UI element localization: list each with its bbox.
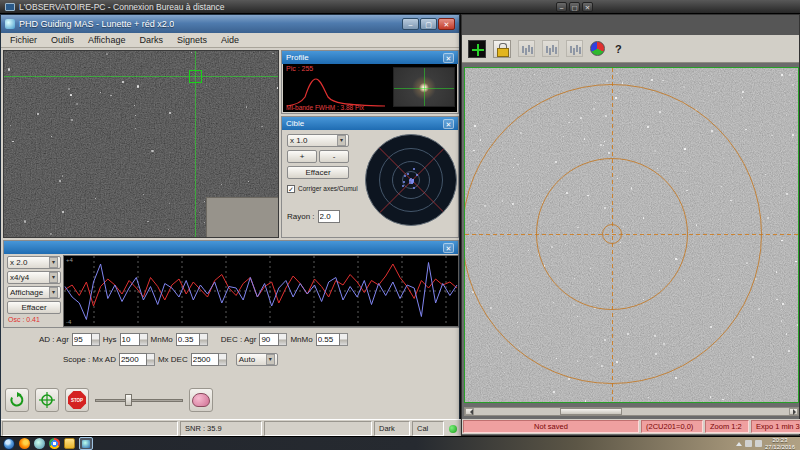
explorer-folder-icon[interactable] — [64, 438, 75, 449]
clock[interactable]: 20:23 27/12/2016 — [765, 437, 797, 450]
loop-icon — [9, 392, 25, 408]
menu-aide[interactable]: Aide — [214, 34, 246, 46]
dec-minmove-label: MnMo — [290, 335, 312, 344]
spinner[interactable] — [147, 353, 155, 366]
spinner[interactable] — [279, 333, 287, 346]
guide-button[interactable] — [35, 388, 59, 412]
dark-indicator: Dark — [374, 421, 410, 436]
graph-xscale-select[interactable]: x 2.0 ▾ — [7, 256, 61, 269]
scroll-right-arrow[interactable] — [789, 408, 798, 415]
ra-aggressiveness-input[interactable] — [72, 333, 92, 346]
profile-panel: Profile ✕ Pic : 255 Mi-bande FWHM : 3.88… — [281, 50, 459, 114]
overlay-panel — [206, 197, 279, 238]
menu-fichier[interactable]: Fichier — [3, 34, 44, 46]
zoom-out-button[interactable]: - — [319, 150, 349, 163]
target-clear-button[interactable]: Effacer — [287, 166, 349, 179]
guider-titlebar[interactable]: PHD Guiding MAS - Lunette + réd x2.0 – ▢… — [1, 15, 459, 33]
levels-button-disabled — [542, 40, 559, 57]
stop-button[interactable]: STOP — [65, 388, 89, 412]
ra-aggressiveness-label: AD : Agr — [39, 335, 69, 344]
maximize-button[interactable]: ▢ — [420, 18, 437, 30]
dec-minmove-input[interactable] — [316, 333, 340, 346]
spinner[interactable] — [340, 333, 348, 346]
close-icon[interactable]: ✕ — [443, 53, 454, 63]
window-buttons: – ▢ ✕ — [402, 18, 455, 30]
crosshair-toggle-button[interactable] — [468, 40, 486, 58]
crosshair-h-line — [4, 76, 278, 77]
target-option-row: ✓ Corriger axes/Cumul — [287, 185, 363, 193]
menu-affichage[interactable]: Affichage — [81, 34, 132, 46]
firefox-icon[interactable] — [19, 438, 30, 449]
profile-panel-title: Profile — [286, 53, 309, 62]
dec-mode-select[interactable]: Auto ▾ — [236, 353, 278, 366]
save-status: Not saved — [463, 420, 639, 433]
capture-image-view[interactable] — [464, 67, 799, 403]
graph-yscale-select[interactable]: x4/y4 ▾ — [7, 271, 61, 284]
scroll-left-arrow[interactable] — [465, 408, 474, 415]
volume-icon[interactable] — [755, 440, 762, 447]
spinner[interactable] — [200, 333, 208, 346]
dec-aggressiveness-input[interactable] — [259, 333, 279, 346]
menubar: Fichier Outils Affichage Darks Signets A… — [1, 33, 459, 48]
tray-expand-icon[interactable] — [736, 442, 742, 446]
slider-track — [95, 399, 183, 402]
color-wheel-icon[interactable] — [590, 41, 605, 56]
rdp-restore-button[interactable]: ▢ — [569, 2, 580, 12]
taskbar: 20:23 27/12/2016 — [0, 436, 800, 450]
advanced-settings-button[interactable] — [189, 388, 213, 412]
start-button[interactable] — [3, 438, 15, 450]
y-axis-top-label: +4 — [66, 257, 73, 263]
rdp-minimize-button[interactable]: – — [556, 2, 567, 12]
snr-readout: SNR : 35.9 — [180, 421, 262, 436]
target-zoom-select[interactable]: x 1.0 ▾ — [287, 134, 349, 147]
spinner[interactable] — [219, 353, 227, 366]
horizontal-scrollbar[interactable] — [464, 407, 799, 416]
guide-camera-view[interactable] — [3, 50, 279, 238]
max-dec-input[interactable] — [191, 353, 219, 366]
hysteresis-input[interactable] — [120, 333, 140, 346]
max-dec-label: Mx DEC — [158, 355, 188, 364]
active-app-button[interactable] — [79, 437, 93, 450]
guider-toolbar: STOP — [5, 387, 457, 413]
close-button[interactable]: ✕ — [438, 18, 455, 30]
graph-clear-button[interactable]: Effacer — [7, 301, 61, 314]
spinner[interactable] — [92, 333, 100, 346]
max-ra-input[interactable] — [119, 353, 147, 366]
dec-aggressiveness-label: DEC : Agr — [221, 335, 257, 344]
spinner[interactable] — [140, 333, 148, 346]
menu-outils[interactable]: Outils — [44, 34, 81, 46]
ra-minmove-input[interactable] — [176, 333, 200, 346]
chrome-icon[interactable] — [49, 438, 60, 449]
close-icon[interactable]: ✕ — [443, 119, 454, 129]
guider-window: PHD Guiding MAS - Lunette + réd x2.0 – ▢… — [0, 14, 460, 436]
graph-display-select[interactable]: Affichage ▾ — [7, 286, 61, 299]
minimize-button[interactable]: – — [402, 18, 419, 30]
zoom-level: Zoom 1:2 — [705, 420, 749, 433]
scrollbar-thumb[interactable] — [560, 408, 622, 415]
exposure-slider[interactable] — [95, 392, 183, 408]
profile-panel-titlebar[interactable]: Profile ✕ — [282, 51, 458, 64]
loop-exposures-button[interactable] — [5, 388, 29, 412]
status-message — [2, 421, 178, 436]
stop-icon: STOP — [68, 391, 86, 409]
rdp-connection-bar[interactable]: L'OBSERVATOIRE-PC - Connexion Bureau à d… — [0, 0, 800, 14]
oscillation-index: Osc : 0.41 — [8, 316, 40, 323]
app-icon[interactable] — [34, 438, 45, 449]
close-icon[interactable]: ✕ — [443, 243, 454, 253]
lock-icon[interactable] — [493, 40, 511, 58]
rdp-close-button[interactable]: ✕ — [582, 2, 593, 12]
target-bullseye — [365, 134, 457, 226]
menu-darks[interactable]: Darks — [132, 34, 170, 46]
target-panel-titlebar[interactable]: Cible ✕ — [282, 117, 458, 130]
help-button[interactable]: ? — [612, 43, 625, 55]
slider-thumb[interactable] — [125, 394, 132, 406]
y-axis-bottom-label: -4 — [66, 319, 71, 325]
graph-panel-titlebar[interactable]: ✕ — [4, 241, 458, 254]
rdp-title: L'OBSERVATOIRE-PC - Connexion Bureau à d… — [19, 2, 225, 12]
menu-signets[interactable]: Signets — [170, 34, 214, 46]
checkbox[interactable]: ✓ — [287, 185, 295, 193]
network-icon[interactable] — [745, 440, 752, 447]
cursor-coords: (2CU201=0,0) — [641, 420, 703, 433]
zoom-in-button[interactable]: + — [287, 150, 317, 163]
radius-input[interactable] — [318, 210, 340, 223]
